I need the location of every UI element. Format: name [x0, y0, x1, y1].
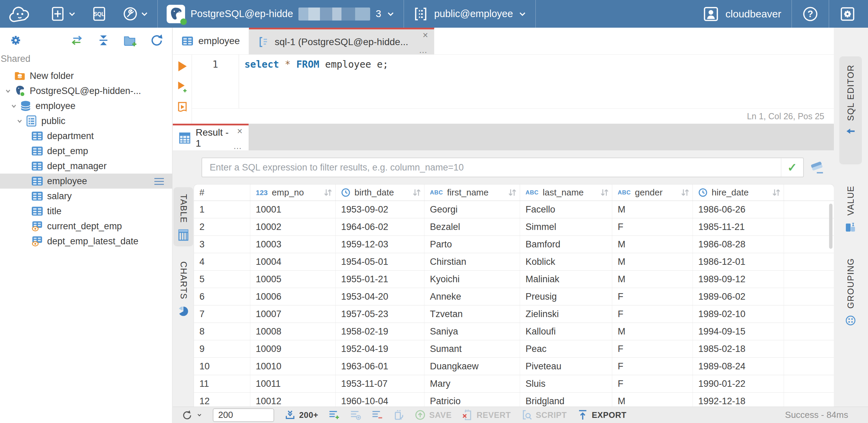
cell-first_name[interactable]: Anneke [424, 288, 520, 305]
cell-last_name[interactable]: Sluis [520, 375, 612, 393]
column-header-gender[interactable]: ABCgender [612, 185, 693, 201]
cell-last_name[interactable]: Zielinski [520, 305, 612, 323]
tree-item-employee[interactable]: employee [0, 174, 172, 189]
cell-first_name[interactable]: Kyoichi [424, 271, 520, 288]
cell-hire_date[interactable]: 1985-02-18 [693, 340, 784, 358]
cell-hire_date[interactable]: 1986-12-01 [693, 253, 784, 271]
cell-last_name[interactable]: Simmel [520, 218, 612, 236]
new-connection-button[interactable] [50, 6, 76, 22]
close-tab-icon[interactable]: × [237, 127, 242, 136]
cell-birth_date[interactable]: 1957-05-23 [336, 305, 424, 323]
row-number-cell[interactable]: 6 [194, 288, 250, 305]
cell-first_name[interactable]: Bezalel [424, 218, 520, 236]
cell-emp_no[interactable]: 10010 [250, 358, 336, 375]
cell-emp_no[interactable]: 10005 [250, 271, 336, 288]
item-menu-icon[interactable] [154, 177, 165, 186]
row-number-cell[interactable]: 9 [194, 340, 250, 358]
cell-gender[interactable]: F [612, 375, 693, 393]
cell-gender[interactable]: M [612, 271, 693, 288]
add-row-button[interactable] [328, 409, 340, 421]
cell-hire_date[interactable]: 1989-08-24 [693, 358, 784, 375]
cell-birth_date[interactable]: 1953-11-07 [336, 375, 424, 393]
new-folder-button[interactable] [123, 33, 137, 47]
link-with-editor-button[interactable] [70, 33, 84, 47]
help-button[interactable]: ? [802, 6, 818, 22]
tree-item-postgresql-ep-hidden-[interactable]: PostgreSQL@ep-hidden-... [0, 83, 172, 98]
schema-selector[interactable]: public@employee [413, 6, 527, 22]
delete-row-button[interactable] [372, 409, 383, 421]
clear-filter-icon[interactable] [809, 161, 824, 174]
cell-gender[interactable]: M [612, 393, 693, 407]
navigator-settings-button[interactable] [8, 33, 23, 48]
cell-emp_no[interactable]: 10012 [250, 393, 336, 407]
cell-gender[interactable]: F [612, 218, 693, 236]
execute-query-new-tab-button[interactable] [177, 81, 188, 93]
cell-last_name[interactable]: Preusig [520, 288, 612, 305]
cell-gender[interactable]: F [612, 358, 693, 375]
tab-more-icon[interactable]: … [233, 141, 242, 151]
tree-item-public[interactable]: public [0, 113, 172, 128]
cell-hire_date[interactable]: 1985-11-21 [693, 218, 784, 236]
cell-hire_date[interactable]: 1990-01-22 [693, 375, 784, 393]
tree-item-current-dept-emp[interactable]: current_dept_emp [0, 219, 172, 234]
cell-gender[interactable]: F [612, 305, 693, 323]
cell-first_name[interactable]: Saniya [424, 323, 520, 340]
cell-birth_date[interactable]: 1955-01-21 [336, 271, 424, 288]
column-header-row-number[interactable]: # [194, 185, 250, 201]
cell-emp_no[interactable]: 10008 [250, 323, 336, 340]
cell-last_name[interactable]: Koblick [520, 253, 612, 271]
column-header-hire_date[interactable]: hire_date [693, 185, 784, 201]
sort-icon[interactable] [508, 188, 517, 197]
cell-last_name[interactable]: Maliniak [520, 271, 612, 288]
tree-item-new-folder[interactable]: New folder [0, 68, 172, 83]
cell-last_name[interactable]: Peac [520, 340, 612, 358]
cloudbeaver-logo-icon[interactable] [6, 4, 33, 24]
execute-script-button[interactable] [177, 101, 188, 113]
cell-hire_date[interactable]: 1986-06-26 [693, 201, 784, 218]
chevron-down-icon[interactable] [9, 103, 19, 110]
cell-emp_no[interactable]: 10009 [250, 340, 336, 358]
tab-charts-presentation[interactable]: CHARTS [173, 255, 193, 323]
row-number-cell[interactable]: 2 [194, 218, 250, 236]
cell-first_name[interactable]: Duangkaew [424, 358, 520, 375]
cell-last_name[interactable]: Facello [520, 201, 612, 218]
tab-value-panel[interactable]: VALUE [839, 186, 862, 233]
cell-gender[interactable]: M [612, 236, 693, 253]
revert-button[interactable]: REVERT [462, 409, 511, 421]
execute-query-button[interactable] [177, 60, 188, 72]
cell-first_name[interactable]: Chirstian [424, 253, 520, 271]
tree-item-dept-manager[interactable]: dept_manager [0, 159, 172, 174]
tree-item-salary[interactable]: salary [0, 189, 172, 204]
duplicate-row-button[interactable] [350, 409, 361, 421]
chevron-down-icon[interactable] [14, 118, 25, 125]
cell-last_name[interactable]: Piveteau [520, 358, 612, 375]
fetch-next-page-button[interactable]: 200+ [284, 409, 318, 421]
cell-hire_date[interactable]: 1994-09-15 [693, 323, 784, 340]
apply-changes-button[interactable] [393, 409, 404, 421]
sort-icon[interactable] [323, 188, 333, 197]
cell-gender[interactable]: F [612, 288, 693, 305]
cell-emp_no[interactable]: 10011 [250, 375, 336, 393]
cell-last_name[interactable]: Kalloufi [520, 323, 612, 340]
cell-first_name[interactable]: Georgi [424, 201, 520, 218]
cell-hire_date[interactable]: 1989-06-02 [693, 288, 784, 305]
column-header-birth_date[interactable]: birth_date [336, 185, 424, 201]
row-number-cell[interactable]: 10 [194, 358, 250, 375]
vertical-scrollbar[interactable] [829, 204, 832, 249]
row-number-cell[interactable]: 11 [194, 375, 250, 393]
cell-first_name[interactable]: Patricio [424, 393, 520, 407]
cell-gender[interactable]: M [612, 323, 693, 340]
cell-gender[interactable]: M [612, 253, 693, 271]
column-header-first_name[interactable]: ABCfirst_name [424, 185, 520, 201]
tree-item-dept-emp[interactable]: dept_emp [0, 144, 172, 159]
column-header-last_name[interactable]: ABClast_name [520, 185, 612, 201]
tab-table-presentation[interactable]: TABLE [173, 187, 193, 246]
tab-employee[interactable]: employee [173, 28, 249, 54]
sort-icon[interactable] [772, 188, 781, 197]
tab-result-1[interactable]: Result - 1 × … [173, 124, 249, 150]
tab-sql-1[interactable]: sql-1 (PostgreSQL@ep-hidde... × … [249, 28, 434, 54]
cell-birth_date[interactable]: 1964-06-02 [336, 218, 424, 236]
open-sql-editor-button[interactable]: SQL [91, 6, 107, 22]
cell-hire_date[interactable]: 1992-12-18 [693, 393, 784, 407]
cell-hire_date[interactable]: 1989-02-10 [693, 305, 784, 323]
